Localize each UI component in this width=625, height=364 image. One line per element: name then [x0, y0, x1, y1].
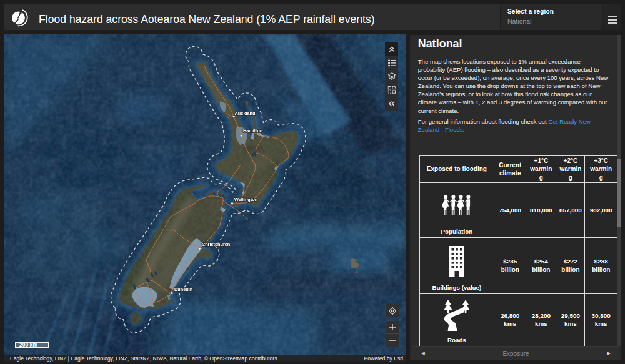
svg-text:Dunedin: Dunedin — [174, 287, 192, 292]
svg-text:Christchurch: Christchurch — [202, 242, 230, 247]
svg-text:Hamilton: Hamilton — [243, 128, 262, 134]
svg-text:Auckland: Auckland — [235, 111, 256, 116]
svg-text:Wellington: Wellington — [234, 197, 258, 202]
